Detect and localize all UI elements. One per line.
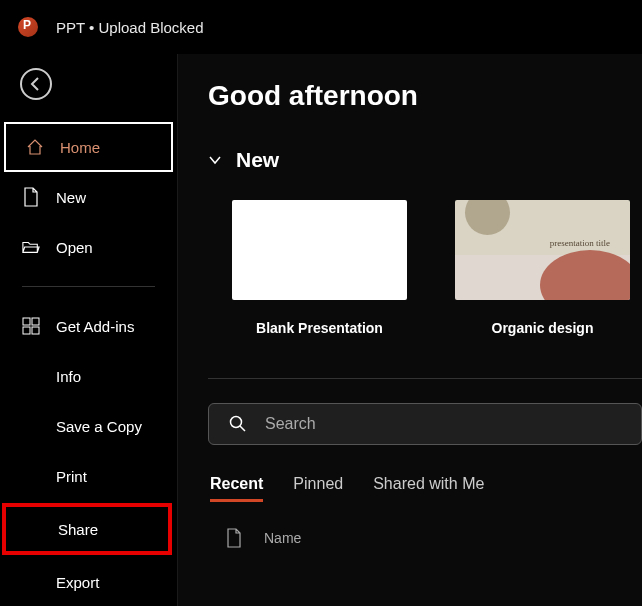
svg-rect-3 [32, 327, 39, 334]
tab-recent[interactable]: Recent [210, 475, 263, 502]
sidebar-item-addins[interactable]: Get Add-ins [0, 301, 177, 351]
name-column-header[interactable]: Name [264, 530, 301, 546]
sidebar-item-info[interactable]: Info [0, 351, 177, 401]
home-icon [26, 138, 44, 156]
new-document-icon [22, 188, 40, 206]
sidebar-label: Save a Copy [56, 418, 142, 435]
new-section-title: New [236, 148, 279, 172]
recent-tabs: Recent Pinned Shared with Me [208, 475, 642, 502]
sidebar-item-open[interactable]: Open [0, 222, 177, 272]
titlebar: PPT • Upload Blocked [0, 0, 642, 54]
sidebar-item-export[interactable]: Export [0, 557, 177, 606]
file-table-header: Name [208, 528, 642, 548]
svg-point-4 [231, 417, 242, 428]
folder-open-icon [22, 238, 40, 256]
sidebar-label: New [56, 189, 86, 206]
svg-line-5 [240, 426, 245, 431]
sidebar-item-share[interactable]: Share [2, 503, 172, 555]
template-label: Organic design [492, 320, 594, 336]
backstage-sidebar: Home New Open Get Add-ins Info Save a Co… [0, 54, 178, 606]
powerpoint-app-icon [18, 17, 38, 37]
title-text: PPT • Upload Blocked [56, 19, 204, 36]
search-input[interactable] [265, 415, 621, 433]
greeting-heading: Good afternoon [208, 80, 642, 112]
sidebar-label: Info [56, 368, 81, 385]
sidebar-label: Print [56, 468, 87, 485]
template-label: Blank Presentation [256, 320, 383, 336]
back-button[interactable] [20, 68, 52, 100]
svg-rect-1 [32, 318, 39, 325]
template-blank[interactable]: Blank Presentation [232, 200, 407, 336]
arrow-left-icon [28, 76, 44, 92]
template-thumbnail-organic: presentation title [455, 200, 630, 300]
sidebar-item-new[interactable]: New [0, 172, 177, 222]
sidebar-label: Export [56, 574, 99, 591]
template-subtitle: presentation title [550, 238, 610, 248]
sidebar-label: Home [60, 139, 100, 156]
chevron-down-icon [208, 153, 222, 167]
backstage-main: Good afternoon New Blank Presentation pr… [178, 54, 642, 606]
sidebar-label: Get Add-ins [56, 318, 134, 335]
document-icon [226, 528, 242, 548]
search-box[interactable] [208, 403, 642, 445]
sidebar-label: Share [58, 521, 98, 538]
template-organic[interactable]: presentation title Organic design [455, 200, 630, 336]
addins-grid-icon [22, 317, 40, 335]
sidebar-item-home[interactable]: Home [4, 122, 173, 172]
sidebar-divider [22, 286, 155, 287]
template-gallery: Blank Presentation presentation title Or… [208, 200, 642, 336]
tab-pinned[interactable]: Pinned [293, 475, 343, 502]
search-icon [229, 415, 247, 433]
svg-rect-0 [23, 318, 30, 325]
sidebar-label: Open [56, 239, 93, 256]
new-section-header[interactable]: New [208, 148, 642, 172]
tab-shared[interactable]: Shared with Me [373, 475, 484, 502]
sidebar-item-save-copy[interactable]: Save a Copy [0, 401, 177, 451]
section-divider [208, 378, 642, 379]
svg-rect-2 [23, 327, 30, 334]
sidebar-item-print[interactable]: Print [0, 451, 177, 501]
template-thumbnail-blank [232, 200, 407, 300]
